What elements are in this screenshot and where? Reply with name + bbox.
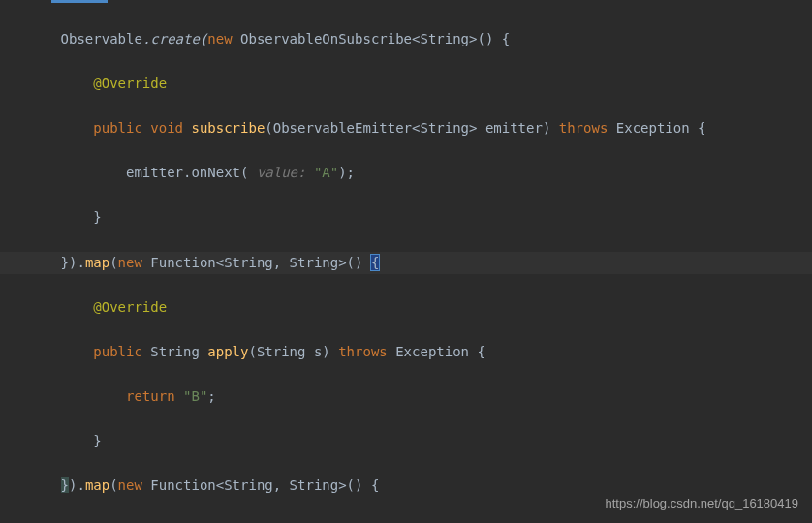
keyword-return: return (126, 388, 175, 404)
code-line: Observable.create(new ObservableOnSubscr… (12, 28, 812, 50)
code-line: @Override (12, 296, 812, 319)
paren: ( (109, 255, 117, 270)
method-map: map (85, 477, 109, 493)
paren: ( (109, 477, 117, 493)
code-line: } (12, 206, 812, 229)
annotation: @Override (93, 76, 167, 91)
param-hint: value: (257, 165, 314, 180)
params: (String s) (248, 344, 338, 359)
keyword-new: new (207, 31, 232, 46)
keyword-public: public (93, 120, 142, 136)
keyword-public: public (93, 344, 142, 359)
method-call: emitter.onNext( (126, 165, 257, 180)
code-line: emitter.onNext( value: "A"); (12, 162, 812, 184)
statement-end: ); (338, 165, 355, 180)
code-line: @Override (12, 73, 812, 95)
matched-brace: } (61, 477, 69, 493)
keyword-throws: throws (338, 344, 388, 359)
watermark: https://blog.csdn.net/qq_16180419 (606, 493, 799, 513)
keyword-new: new (118, 255, 142, 270)
code-line: } (12, 430, 812, 452)
brace: } (93, 209, 101, 225)
params: (ObservableEmitter<String> emitter) (265, 120, 558, 136)
caret-brace: { (371, 255, 379, 270)
close-call: ). (69, 477, 85, 493)
method-map: map (85, 255, 109, 270)
string-literal: "B" (175, 388, 208, 404)
type-ref: Function<String, String>() { (142, 477, 379, 493)
exception: Exception { (608, 120, 705, 136)
close-call: }). (61, 255, 85, 270)
static-method: .create( (142, 31, 207, 46)
method-subscribe: subscribe (183, 120, 265, 136)
keyword-throws: throws (559, 120, 609, 136)
code-editor[interactable]: Observable.create(new ObservableOnSubscr… (0, 0, 812, 523)
annotation: @Override (93, 299, 167, 315)
string-literal: "A" (314, 165, 338, 180)
keyword-new: new (118, 477, 142, 493)
type-ref: Function<String, String>() (142, 255, 371, 270)
semicolon: ; (207, 388, 215, 404)
type-ref: ObservableOnSubscribe<String>() { (233, 31, 511, 46)
return-type: String (142, 344, 207, 359)
class-ref: Observable (61, 31, 142, 46)
method-apply: apply (207, 344, 248, 359)
code-line-active: }).map(new Function<String, String>() { (0, 252, 812, 274)
exception: Exception { (388, 344, 485, 359)
code-line: return "B"; (12, 385, 812, 408)
code-line: public void subscribe(ObservableEmitter<… (12, 117, 812, 139)
code-line: @Override (12, 519, 812, 523)
code-line: public String apply(String s) throws Exc… (12, 341, 812, 363)
tab-indicator (51, 0, 108, 3)
keyword-void: void (142, 120, 183, 136)
brace: } (93, 433, 101, 448)
